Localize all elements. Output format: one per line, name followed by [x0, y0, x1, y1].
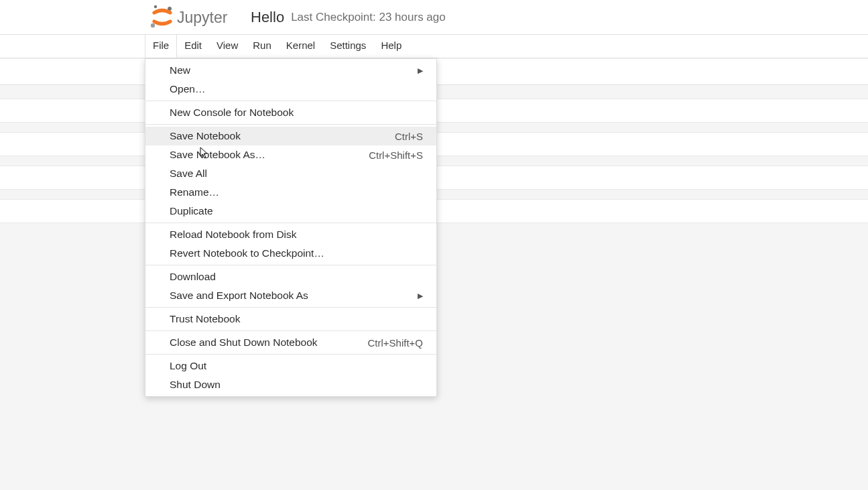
menu-item-duplicate[interactable]: Duplicate	[145, 202, 436, 221]
menu-item-open[interactable]: Open…	[145, 80, 436, 99]
notebook-title[interactable]: Hello	[251, 9, 284, 26]
menu-run[interactable]: Run	[245, 35, 279, 58]
file-dropdown: New ▶ Open… New Console for Notebook Sav…	[145, 58, 437, 397]
chevron-right-icon: ▶	[418, 66, 423, 75]
menu-separator	[145, 265, 436, 265]
menu-item-revert[interactable]: Revert Notebook to Checkpoint…	[145, 244, 436, 263]
menu-kernel[interactable]: Kernel	[279, 35, 322, 58]
svg-point-2	[151, 23, 155, 27]
menu-item-label: Open…	[170, 83, 205, 95]
menu-item-download[interactable]: Download	[145, 267, 436, 286]
menu-item-label: Download	[170, 271, 216, 283]
menu-item-label: Trust Notebook	[170, 313, 240, 325]
menu-item-new[interactable]: New ▶	[145, 61, 436, 80]
menu-item-close-shutdown[interactable]: Close and Shut Down Notebook Ctrl+Shift+…	[145, 333, 436, 352]
menu-item-save-all[interactable]: Save All	[145, 164, 436, 183]
menu-separator	[145, 223, 436, 223]
svg-point-0	[154, 5, 157, 8]
menu-item-shortcut: Ctrl+S	[395, 131, 423, 142]
menu-item-label: Rename…	[170, 186, 219, 198]
svg-text:Jupyter: Jupyter	[177, 9, 228, 26]
chevron-right-icon: ▶	[418, 292, 423, 300]
menu-item-save-notebook-as[interactable]: Save Notebook As… Ctrl+Shift+S	[145, 145, 436, 164]
menu-bar: File Edit View Run Kernel Settings Help	[0, 35, 868, 58]
header-bar: Jupyter Hello Last Checkpoint: 23 hours …	[0, 0, 868, 35]
menu-file[interactable]: File	[145, 35, 177, 58]
menu-separator	[145, 124, 436, 125]
menu-separator	[145, 330, 436, 331]
menu-item-rename[interactable]: Rename…	[145, 183, 436, 202]
menu-item-label: Save and Export Notebook As	[170, 290, 308, 302]
menu-item-shortcut: Ctrl+Shift+S	[369, 149, 423, 161]
menu-item-label: Log Out	[170, 360, 206, 372]
menu-item-label: Save All	[170, 168, 207, 180]
menu-item-logout[interactable]: Log Out	[145, 357, 436, 375]
menu-item-label: New Console for Notebook	[170, 107, 294, 119]
menu-item-label: New	[170, 64, 190, 76]
menu-item-save-notebook[interactable]: Save Notebook Ctrl+S	[145, 127, 436, 145]
menu-separator	[145, 307, 436, 308]
menu-view[interactable]: View	[209, 35, 245, 58]
menu-item-label: Shut Down	[170, 379, 221, 391]
menu-item-label: Close and Shut Down Notebook	[170, 336, 318, 349]
menu-edit[interactable]: Edit	[177, 35, 209, 58]
menu-help[interactable]: Help	[373, 35, 409, 58]
menu-item-trust[interactable]: Trust Notebook	[145, 310, 436, 328]
menu-separator	[145, 101, 436, 101]
menu-item-reload[interactable]: Reload Notebook from Disk	[145, 225, 436, 244]
menu-settings[interactable]: Settings	[322, 35, 373, 58]
menu-item-label: Reload Notebook from Disk	[170, 229, 297, 241]
menu-separator	[145, 354, 436, 355]
jupyter-logo-icon: Jupyter	[150, 5, 239, 29]
menu-item-label: Revert Notebook to Checkpoint…	[170, 247, 324, 259]
menu-item-new-console[interactable]: New Console for Notebook	[145, 103, 436, 122]
menu-item-export[interactable]: Save and Export Notebook As ▶	[145, 286, 436, 305]
content-area: New ▶ Open… New Console for Notebook Sav…	[0, 58, 868, 490]
menu-item-shortcut: Ctrl+Shift+Q	[367, 337, 423, 349]
checkpoint-text: Last Checkpoint: 23 hours ago	[291, 11, 446, 24]
jupyter-logo[interactable]: Jupyter	[150, 5, 239, 29]
menu-item-label: Save Notebook As…	[170, 149, 265, 161]
menu-item-label: Duplicate	[170, 205, 213, 217]
menu-item-shutdown[interactable]: Shut Down	[145, 375, 436, 394]
menu-item-label: Save Notebook	[170, 130, 241, 142]
